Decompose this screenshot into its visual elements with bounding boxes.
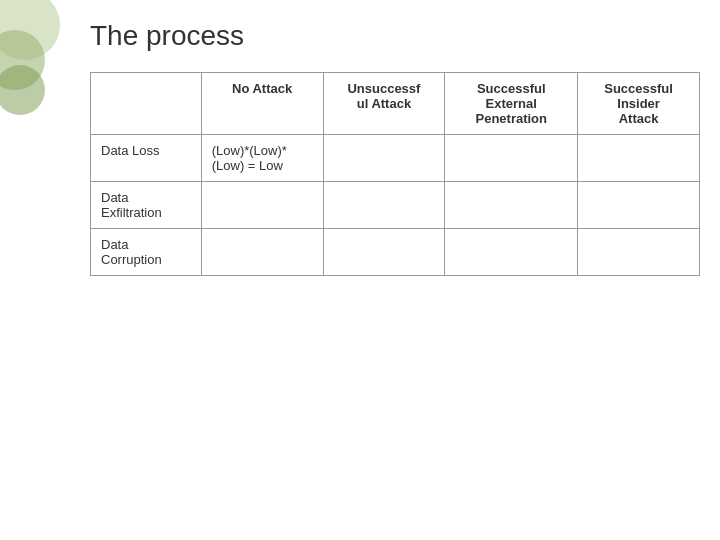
cell-data-loss-unsuccessful: [323, 135, 445, 182]
row-label-data-exfiltration: Data Exfiltration: [91, 182, 202, 229]
table-header-unsuccessful: Unsuccessful Attack: [323, 73, 445, 135]
cell-data-exfil-external: [445, 182, 578, 229]
table-header-external: SuccessfulExternalPenetration: [445, 73, 578, 135]
cell-data-exfil-unsuccessful: [323, 182, 445, 229]
cell-data-loss-insider: [578, 135, 700, 182]
cell-data-loss-no-attack: (Low)*(Low)*(Low) = Low: [201, 135, 323, 182]
table-row: Data Loss (Low)*(Low)*(Low) = Low: [91, 135, 700, 182]
page-content: The process No Attack Unsuccessful Attac…: [90, 20, 700, 520]
cell-data-corrupt-unsuccessful: [323, 229, 445, 276]
page-title: The process: [90, 20, 700, 52]
row-label-data-loss: Data Loss: [91, 135, 202, 182]
cell-data-exfil-insider: [578, 182, 700, 229]
leaf-shape-3: [0, 65, 45, 115]
cell-data-corrupt-no-attack: [201, 229, 323, 276]
table-header-empty: [91, 73, 202, 135]
table-row: Data Exfiltration: [91, 182, 700, 229]
table-row: Data Corruption: [91, 229, 700, 276]
row-label-data-corruption: Data Corruption: [91, 229, 202, 276]
cell-data-exfil-no-attack: [201, 182, 323, 229]
cell-data-corrupt-insider: [578, 229, 700, 276]
decorative-corner: [0, 0, 80, 120]
cell-data-loss-external: [445, 135, 578, 182]
table-header-no-attack: No Attack: [201, 73, 323, 135]
table-header-insider: SuccessfulInsiderAttack: [578, 73, 700, 135]
cell-data-corrupt-external: [445, 229, 578, 276]
process-table: No Attack Unsuccessful Attack Successful…: [90, 72, 700, 276]
